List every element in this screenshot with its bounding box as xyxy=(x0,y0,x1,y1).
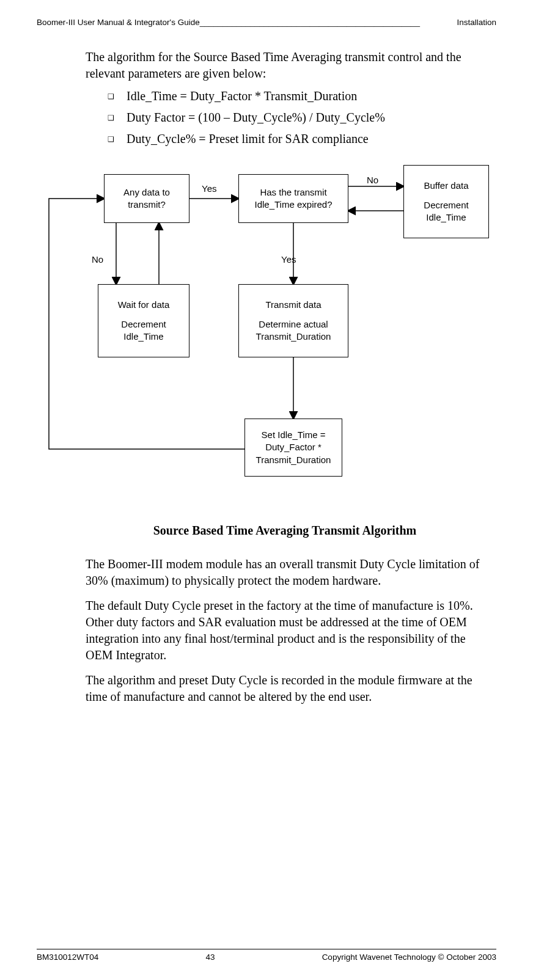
node-text: Determine actual xyxy=(259,318,328,331)
bullet-list: ❑ Idle_Time = Duty_Factor * Transmit_Dur… xyxy=(108,88,484,147)
bullet-text: Duty_Cycle% = Preset limit for SAR compl… xyxy=(127,131,369,147)
node-transmit: Transmit data Determine actual Transmit_… xyxy=(238,284,348,357)
bullet-glyph: ❑ xyxy=(108,134,114,144)
node-wait: Wait for data Decrement Idle_Time xyxy=(98,284,189,357)
node-text: Duty_Factor * xyxy=(265,441,322,453)
node-text: Transmit_Duration xyxy=(256,454,331,466)
list-item: ❑ Duty Factor = (100 – Duty_Cycle%) / Du… xyxy=(108,109,484,126)
bullet-text: Idle_Time = Duty_Factor * Transmit_Durat… xyxy=(127,88,357,104)
node-set-idle: Set Idle_Time = Duty_Factor * Transmit_D… xyxy=(244,419,342,477)
paragraph: The default Duty Cycle preset in the fac… xyxy=(86,598,484,664)
node-text: Decrement xyxy=(424,199,468,211)
node-text: Any data to xyxy=(123,186,170,199)
footer-right: Copyright Wavenet Technology © October 2… xyxy=(322,952,496,963)
intro-paragraph: The algorithm for the Source Based Time … xyxy=(86,49,484,82)
paragraph: The Boomer-III modem module has an overa… xyxy=(86,556,484,589)
node-text: Idle_Time expired? xyxy=(254,199,332,211)
bullet-text: Duty Factor = (100 – Duty_Cycle%) / Duty… xyxy=(127,109,385,126)
node-text: Decrement xyxy=(121,318,166,331)
node-text: transmit? xyxy=(128,199,166,211)
body-text: The Boomer-III modem module has an overa… xyxy=(86,556,484,705)
flowchart: Any data to transmit? Has the transmit I… xyxy=(37,162,496,516)
bullet-glyph: ❑ xyxy=(108,92,114,101)
node-text: Buffer data xyxy=(424,180,468,192)
edge-label-yes2: Yes xyxy=(281,254,296,266)
node-any-data: Any data to transmit? xyxy=(104,174,189,223)
node-text: Idle_Time xyxy=(426,211,466,224)
page-header: Boomer-III User Manual & Integrator's Gu… xyxy=(37,17,496,28)
edge-label-yes1: Yes xyxy=(202,183,216,195)
header-filler: ________________________________________… xyxy=(200,18,420,27)
list-item: ❑ Duty_Cycle% = Preset limit for SAR com… xyxy=(108,131,484,147)
footer-center: 43 xyxy=(205,952,215,963)
footer-rule xyxy=(37,949,496,949)
list-item: ❑ Idle_Time = Duty_Factor * Transmit_Dur… xyxy=(108,88,484,104)
node-text: Transmit data xyxy=(265,299,321,311)
page-footer: BM310012WT04 43 Copyright Wavenet Techno… xyxy=(37,952,496,963)
header-right: Installation xyxy=(457,17,496,28)
node-has-idle: Has the transmit Idle_Time expired? xyxy=(238,174,348,223)
node-text: Set Idle_Time = xyxy=(262,429,326,441)
paragraph: The algorithm and preset Duty Cycle is r… xyxy=(86,672,484,705)
footer-left: BM310012WT04 xyxy=(37,952,98,963)
node-text: Idle_Time xyxy=(123,331,163,343)
node-text: Transmit_Duration xyxy=(256,331,331,343)
node-buffer: Buffer data Decrement Idle_Time xyxy=(403,165,489,238)
node-text: Has the transmit xyxy=(260,186,326,199)
node-text: Wait for data xyxy=(118,299,169,311)
figure-caption: Source Based Time Averaging Transmit Alg… xyxy=(49,522,521,539)
bullet-glyph: ❑ xyxy=(108,113,114,123)
edge-label-no1: No xyxy=(367,174,378,186)
edge-label-no2: No xyxy=(92,254,103,266)
header-left: Boomer-III User Manual & Integrator's Gu… xyxy=(37,18,200,27)
